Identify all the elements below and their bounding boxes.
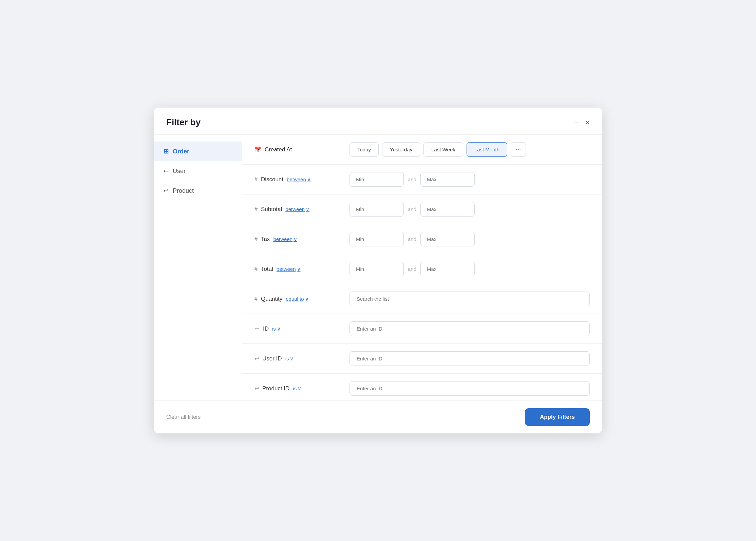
filter-content: 📅 Created At Today Yesterday Last Week L… xyxy=(242,135,602,400)
product-id-text: Product ID xyxy=(262,385,289,392)
user-icon: ↩ xyxy=(164,167,169,175)
tax-row: # Tax between ∨ and xyxy=(242,224,602,254)
close-button[interactable]: × xyxy=(585,118,590,127)
discount-hash-icon: # xyxy=(254,176,258,183)
total-hash-icon: # xyxy=(254,266,258,272)
calendar-icon: 📅 xyxy=(254,146,261,153)
clear-filters-button[interactable]: Clear all filters xyxy=(166,414,201,420)
last-week-button[interactable]: Last Week xyxy=(423,142,463,157)
created-at-row: 📅 Created At Today Yesterday Last Week L… xyxy=(242,135,602,165)
modal-title: Filter by xyxy=(166,117,201,128)
user-id-icon: ↩ xyxy=(254,355,259,362)
discount-operator[interactable]: between ∨ xyxy=(287,176,311,183)
tax-operator[interactable]: between ∨ xyxy=(273,236,297,242)
product-id-input[interactable] xyxy=(349,381,590,396)
discount-min-input[interactable] xyxy=(349,172,404,187)
modal-body: ⊞ Order ↩ User ↩ Product 📅 Created At xyxy=(154,135,602,400)
total-min-input[interactable] xyxy=(349,262,404,276)
user-id-row: ↩ User ID is ∨ xyxy=(242,344,602,374)
last-month-button[interactable]: Last Month xyxy=(467,142,507,157)
total-text: Total xyxy=(261,266,273,273)
quantity-search-input[interactable] xyxy=(349,292,590,306)
subtotal-max-input[interactable] xyxy=(420,202,475,217)
product-id-row: ↩ Product ID is ∨ xyxy=(242,374,602,400)
discount-text: Discount xyxy=(261,176,283,183)
discount-range: and xyxy=(349,172,475,187)
id-row: ▭ ID is ∨ xyxy=(242,314,602,344)
tax-label: # Tax between ∨ xyxy=(254,236,343,243)
modal-header: Filter by – × xyxy=(154,108,602,135)
tax-and: and xyxy=(408,236,416,242)
sidebar-item-user-label: User xyxy=(173,168,186,175)
quantity-hash-icon: # xyxy=(254,296,258,302)
total-max-input[interactable] xyxy=(420,262,475,276)
quantity-operator[interactable]: equal to ∨ xyxy=(286,296,308,302)
subtotal-label: # Subtotal between ∨ xyxy=(254,206,343,213)
apply-filters-button[interactable]: Apply Filters xyxy=(525,408,590,426)
tax-min-input[interactable] xyxy=(349,232,404,246)
id-label: ▭ ID is ∨ xyxy=(254,325,343,332)
quantity-label: # Quantity equal to ∨ xyxy=(254,296,343,302)
subtotal-row: # Subtotal between ∨ and xyxy=(242,194,602,224)
subtotal-text: Subtotal xyxy=(261,206,282,213)
total-and: and xyxy=(408,266,416,272)
id-operator[interactable]: is ∨ xyxy=(272,326,281,332)
date-buttons: Today Yesterday Last Week Last Month ··· xyxy=(349,142,526,157)
discount-row: # Discount between ∨ and xyxy=(242,165,602,194)
created-at-text: Created At xyxy=(265,146,292,153)
modal-footer: Clear all filters Apply Filters xyxy=(154,400,602,433)
product-id-operator[interactable]: is ∨ xyxy=(293,386,301,392)
sidebar-item-user[interactable]: ↩ User xyxy=(154,161,242,181)
today-button[interactable]: Today xyxy=(349,142,379,157)
product-id-label: ↩ Product ID is ∨ xyxy=(254,385,343,392)
total-label: # Total between ∨ xyxy=(254,266,343,273)
sidebar-item-order-label: Order xyxy=(173,148,189,155)
subtotal-hash-icon: # xyxy=(254,206,258,212)
product-icon: ↩ xyxy=(164,187,169,194)
more-date-button[interactable]: ··· xyxy=(511,142,526,157)
product-id-icon: ↩ xyxy=(254,385,259,392)
user-id-operator[interactable]: is ∨ xyxy=(285,356,294,362)
tax-range: and xyxy=(349,232,475,246)
sidebar-item-order[interactable]: ⊞ Order xyxy=(154,142,242,161)
subtotal-min-input[interactable] xyxy=(349,202,404,217)
quantity-row: # Quantity equal to ∨ xyxy=(242,284,602,314)
minimize-button[interactable]: – xyxy=(575,119,579,126)
header-actions: – × xyxy=(575,118,590,127)
id-input[interactable] xyxy=(349,321,590,336)
id-icon: ▭ xyxy=(254,325,260,332)
total-operator[interactable]: between ∨ xyxy=(277,266,301,272)
tax-text: Tax xyxy=(261,236,270,243)
sidebar-item-product[interactable]: ↩ Product xyxy=(154,181,242,201)
tax-max-input[interactable] xyxy=(420,232,475,246)
subtotal-operator[interactable]: between ∨ xyxy=(285,206,309,212)
sidebar: ⊞ Order ↩ User ↩ Product xyxy=(154,135,242,400)
filter-modal: Filter by – × ⊞ Order ↩ User ↩ Product xyxy=(154,108,602,433)
discount-label: # Discount between ∨ xyxy=(254,176,343,183)
yesterday-button[interactable]: Yesterday xyxy=(382,142,420,157)
subtotal-range: and xyxy=(349,202,475,217)
discount-and: and xyxy=(408,176,416,182)
subtotal-and: and xyxy=(408,206,416,212)
total-range: and xyxy=(349,262,475,276)
tax-hash-icon: # xyxy=(254,236,258,242)
user-id-input[interactable] xyxy=(349,351,590,366)
discount-max-input[interactable] xyxy=(420,172,475,187)
user-id-text: User ID xyxy=(262,355,282,362)
created-at-label: 📅 Created At xyxy=(254,146,343,153)
total-row: # Total between ∨ and xyxy=(242,254,602,284)
id-text: ID xyxy=(263,325,269,332)
sidebar-item-product-label: Product xyxy=(173,187,194,194)
quantity-text: Quantity xyxy=(261,296,282,302)
user-id-label: ↩ User ID is ∨ xyxy=(254,355,343,362)
order-icon: ⊞ xyxy=(164,148,169,155)
